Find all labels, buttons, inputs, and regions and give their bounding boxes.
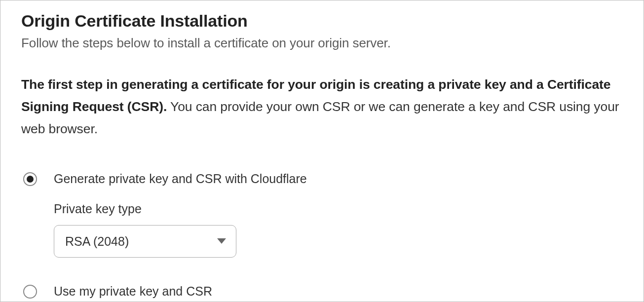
- page-title: Origin Certificate Installation: [21, 11, 623, 31]
- private-key-type-label: Private key type: [54, 202, 623, 216]
- radio-generate[interactable]: [23, 172, 37, 186]
- private-key-type-group: Private key type RSA (2048): [54, 202, 623, 258]
- radio-own[interactable]: [23, 285, 37, 299]
- svg-marker-0: [217, 238, 226, 244]
- origin-cert-panel: Origin Certificate Installation Follow t…: [0, 0, 644, 302]
- option-own-row[interactable]: Use my private key and CSR: [23, 284, 623, 299]
- radio-dot-icon: [27, 176, 34, 183]
- chevron-down-icon: [217, 238, 226, 244]
- private-key-type-value: RSA (2048): [65, 234, 129, 249]
- option-own-label: Use my private key and CSR: [54, 284, 212, 299]
- csr-options: Generate private key and CSR with Cloudf…: [21, 172, 623, 299]
- page-subtitle: Follow the steps below to install a cert…: [21, 36, 623, 51]
- option-generate-label: Generate private key and CSR with Cloudf…: [54, 172, 307, 186]
- private-key-type-select[interactable]: RSA (2048): [54, 225, 236, 258]
- step-description: The first step in generating a certifica…: [21, 74, 623, 140]
- option-generate-row[interactable]: Generate private key and CSR with Cloudf…: [23, 172, 623, 186]
